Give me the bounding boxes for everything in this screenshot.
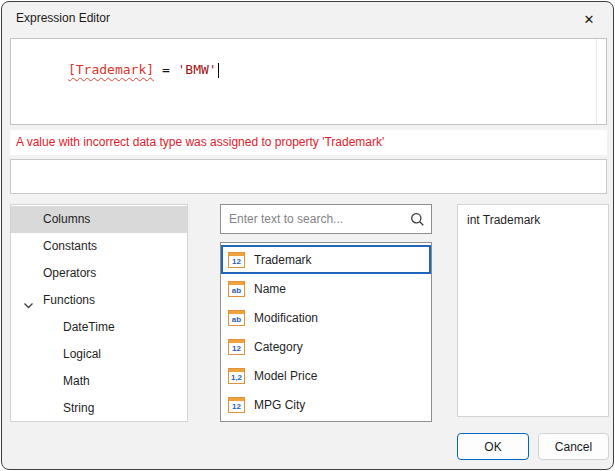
category-label: Math bbox=[63, 374, 90, 388]
dialog-title: Expression Editor bbox=[16, 11, 110, 25]
categories-panel: Columns Constants Operators Functions Da… bbox=[10, 204, 188, 422]
category-label: DateTime bbox=[63, 320, 115, 334]
sidebar-item-columns[interactable]: Columns bbox=[11, 206, 187, 233]
sidebar-item-constants[interactable]: Constants bbox=[11, 233, 187, 260]
search-input[interactable] bbox=[221, 212, 403, 226]
integer-field-icon: 12 bbox=[228, 397, 245, 413]
category-label: Constants bbox=[43, 239, 97, 253]
sidebar-item-string[interactable]: String bbox=[11, 395, 187, 422]
close-icon: ✕ bbox=[584, 12, 595, 27]
integer-field-icon: 12 bbox=[228, 339, 245, 355]
text-caret bbox=[218, 63, 219, 78]
sidebar-item-math[interactable]: Math bbox=[11, 368, 187, 395]
integer-field-icon: 12 bbox=[228, 252, 245, 268]
chevron-down-icon[interactable] bbox=[22, 295, 35, 308]
expression-token-column: [Trademark] bbox=[68, 62, 154, 77]
sidebar-item-operators[interactable]: Operators bbox=[11, 260, 187, 287]
cancel-button[interactable]: Cancel bbox=[538, 433, 609, 460]
field-label: MPG City bbox=[254, 398, 305, 412]
list-item-category[interactable]: 12 Category bbox=[221, 332, 431, 361]
selected-field-info: int Trademark bbox=[467, 213, 540, 227]
fields-list: 12 Trademark ab Name ab Modification 12 … bbox=[220, 242, 432, 422]
sidebar-item-logical[interactable]: Logical bbox=[11, 341, 187, 368]
field-label: Trademark bbox=[254, 253, 312, 267]
close-button[interactable]: ✕ bbox=[571, 6, 607, 32]
expression-input[interactable]: [Trademark] = 'BMW' bbox=[10, 38, 607, 125]
decimal-field-icon: 1,2 bbox=[228, 368, 245, 384]
sidebar-item-functions[interactable]: Functions bbox=[11, 287, 187, 314]
search-box bbox=[220, 204, 432, 234]
category-label: String bbox=[63, 401, 94, 415]
ok-button[interactable]: OK bbox=[457, 433, 529, 460]
search-icon[interactable] bbox=[403, 212, 431, 227]
field-label: Name bbox=[254, 282, 286, 296]
list-item-name[interactable]: ab Name bbox=[221, 274, 431, 303]
field-label: Modification bbox=[254, 311, 318, 325]
category-label: Logical bbox=[63, 347, 101, 361]
category-label: Columns bbox=[43, 212, 90, 226]
screen: Expression Editor ✕ [Trademark] = 'BMW' … bbox=[0, 0, 615, 471]
expression-editor-dialog: Expression Editor ✕ [Trademark] = 'BMW' … bbox=[1, 1, 614, 470]
category-label: Functions bbox=[43, 293, 95, 307]
sidebar-item-datetime[interactable]: DateTime bbox=[11, 314, 187, 341]
list-item-trademark[interactable]: 12 Trademark bbox=[221, 245, 431, 274]
expression-token-operator: = bbox=[154, 62, 177, 77]
category-label: Operators bbox=[43, 266, 96, 280]
field-label: Category bbox=[254, 340, 303, 354]
list-item-model-price[interactable]: 1,2 Model Price bbox=[221, 361, 431, 390]
description-panel bbox=[10, 159, 607, 194]
expression-token-string: 'BMW' bbox=[178, 62, 217, 77]
string-field-icon: ab bbox=[228, 310, 245, 326]
error-message: A value with incorrect data type was ass… bbox=[10, 130, 607, 155]
string-field-icon: ab bbox=[228, 281, 245, 297]
title-bar: Expression Editor ✕ bbox=[2, 2, 613, 34]
expression-scrollbar[interactable] bbox=[596, 39, 597, 124]
list-item-modification[interactable]: ab Modification bbox=[221, 303, 431, 332]
list-item-mpg-city[interactable]: 12 MPG City bbox=[221, 390, 431, 419]
selected-field-info-panel: int Trademark bbox=[457, 204, 609, 417]
field-label: Model Price bbox=[254, 369, 317, 383]
